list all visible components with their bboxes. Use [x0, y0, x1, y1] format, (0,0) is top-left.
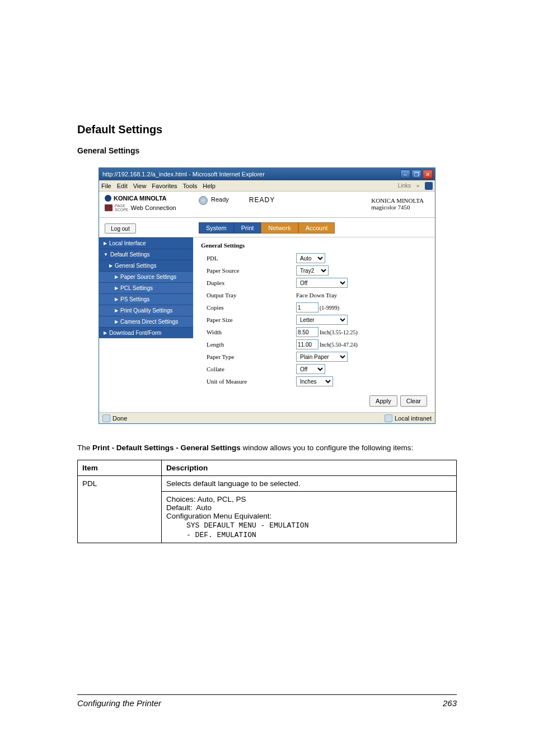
sidebar-item-label: PS Settings: [120, 296, 149, 302]
sidebar-item-print-quality-settings[interactable]: ▶Print Quality Settings: [99, 305, 193, 316]
page-content: KONICA MINOLTA PAGE SCOPE Web Connection…: [99, 192, 435, 412]
maximize-button[interactable]: ❐: [411, 170, 421, 179]
links-chevron-icon[interactable]: »: [416, 183, 419, 189]
chevron-icon: ▶: [115, 286, 118, 291]
intro-paragraph: The Print - Default Settings - General S…: [77, 443, 457, 453]
field-label: Width: [201, 329, 296, 335]
sidebar-item-ps-settings[interactable]: ▶PS Settings: [99, 293, 193, 305]
field-label: Copies: [201, 304, 296, 311]
row-desc-line1: Selects default language to be selected.: [162, 476, 457, 492]
field-label: Duplex: [201, 279, 296, 286]
form-row-duplex: DuplexOff: [201, 277, 427, 289]
apply-button[interactable]: Apply: [369, 395, 397, 407]
sidebar-item-label: Camera Direct Settings: [120, 319, 178, 325]
field-label: Paper Size: [201, 316, 296, 323]
minimize-button[interactable]: –: [400, 170, 410, 179]
form-row-copies: Copies(1-9999): [201, 301, 427, 314]
printer-status-icon: [199, 196, 208, 205]
menu-bar: File Edit View Favorites Tools Help Link…: [99, 180, 435, 192]
subsection-title: General Settings: [77, 146, 457, 155]
menu-view[interactable]: View: [133, 183, 147, 189]
width-input[interactable]: [296, 327, 318, 337]
form-row-pdl: PDLAuto: [201, 252, 427, 264]
brand-logo-icon: [105, 195, 111, 202]
sidebar-item-default-settings[interactable]: ▼Default Settings: [99, 249, 193, 260]
pdl-select[interactable]: Auto: [296, 253, 325, 263]
tab-network[interactable]: Network: [261, 222, 298, 234]
sidebar-item-general-settings[interactable]: ▶General Settings: [99, 260, 193, 271]
sidebar-item-local-interface[interactable]: ▶Local Interface: [99, 237, 193, 249]
form-row-length: LengthInch(5.50-47.24): [201, 338, 427, 351]
field-hint: Inch(5.50-47.24): [320, 342, 358, 348]
tab-bar: System Print Network Account: [199, 222, 335, 234]
menu-favorites[interactable]: Favorites: [152, 183, 177, 189]
copies-input[interactable]: [296, 302, 318, 312]
paper-type-select[interactable]: Plain Paper: [296, 352, 348, 362]
row-item-cell: PDL: [78, 476, 162, 543]
sidebar-item-label: Default Settings: [110, 251, 150, 258]
duplex-select[interactable]: Off: [296, 278, 348, 288]
form-button-row: Apply Clear: [99, 392, 435, 412]
web-connection-label: Web Connection: [131, 204, 176, 211]
description-table: Item Description PDL Selects default lan…: [77, 460, 457, 543]
form-row-unit-of-measure: Unit of MeasureInches: [201, 375, 427, 388]
tab-system[interactable]: System: [199, 222, 234, 234]
col-item-header: Item: [78, 460, 162, 476]
sidebar-item-label: General Settings: [115, 263, 157, 269]
sidebar-item-camera-direct-settings[interactable]: ▶Camera Direct Settings: [99, 316, 193, 327]
menu-file[interactable]: File: [101, 183, 111, 189]
brand-line-1: KONICA MINOLTA: [105, 195, 199, 202]
field-label: Output Tray: [201, 292, 296, 298]
status-done-label: Done: [113, 415, 127, 422]
sidebar-item-download-font-form[interactable]: ▶Download Font/Form: [99, 327, 193, 338]
app-window: http://192.168.1.2/a_index.html - Micros…: [99, 167, 435, 424]
row-desc-block: Choices: Auto, PCL, PS Default: Auto Con…: [162, 492, 457, 543]
settings-form: General Settings PDLAutoPaper SourceTray…: [193, 237, 435, 392]
menu-edit[interactable]: Edit: [117, 183, 128, 189]
status-bar: Done Local intranet: [99, 412, 435, 423]
ready-large-label: READY: [249, 196, 275, 204]
security-zone-icon: [385, 414, 392, 422]
menu-help[interactable]: Help: [203, 183, 216, 189]
pagescope-icon: [105, 204, 113, 211]
menu-tools[interactable]: Tools: [183, 183, 198, 189]
window-controls: – ❐ ✕: [400, 170, 433, 179]
close-button[interactable]: ✕: [423, 170, 433, 179]
header-brand: KONICA MINOLTA: [371, 197, 424, 204]
sidebar-nav: ▶Local Interface▼Default Settings▶Genera…: [99, 237, 193, 392]
sidebar-item-pcl-settings[interactable]: ▶PCL Settings: [99, 282, 193, 293]
clear-button[interactable]: Clear: [400, 395, 427, 407]
col-desc-header: Description: [162, 460, 457, 476]
field-label: Paper Type: [201, 353, 296, 360]
pagescope-label: PAGE SCOPE: [115, 204, 129, 212]
chevron-icon: ▶: [104, 241, 107, 246]
ready-small-label: Ready: [211, 196, 229, 203]
status-page-icon: [102, 414, 110, 422]
unit-of-measure-select[interactable]: Inches: [296, 376, 333, 386]
chevron-icon: ▶: [109, 263, 113, 268]
screenshot-figure: http://192.168.1.2/a_index.html - Micros…: [77, 167, 457, 424]
chevron-icon: ▶: [104, 330, 107, 335]
security-zone-label: Local intranet: [395, 415, 432, 422]
form-row-paper-source: Paper SourceTray2: [201, 264, 427, 277]
field-hint: Inch(3.55-12.25): [320, 329, 358, 335]
chevron-icon: ▶: [115, 274, 118, 279]
sidebar-item-paper-source-settings[interactable]: ▶Paper Source Settings: [99, 271, 193, 282]
paper-size-select[interactable]: Letter: [296, 315, 348, 325]
window-titlebar: http://192.168.1.2/a_index.html - Micros…: [99, 168, 435, 180]
footer-title: Configuring the Printer: [77, 698, 161, 708]
field-label: Collate: [201, 366, 296, 372]
logout-button[interactable]: Log out: [105, 223, 136, 234]
sidebar-item-label: Print Quality Settings: [120, 307, 172, 314]
section-title: Default Settings: [77, 123, 457, 136]
collate-select[interactable]: Off: [296, 364, 325, 374]
sidebar-item-label: Local Interface: [109, 240, 146, 246]
form-row-paper-type: Paper TypePlain Paper: [201, 351, 427, 363]
form-row-width: WidthInch(3.55-12.25): [201, 326, 427, 338]
chevron-icon: ▶: [115, 308, 118, 313]
length-input[interactable]: [296, 339, 318, 349]
tab-print[interactable]: Print: [234, 222, 261, 234]
brand-name: KONICA MINOLTA: [114, 195, 167, 202]
paper-source-select[interactable]: Tray2: [296, 265, 329, 276]
tab-account[interactable]: Account: [298, 222, 335, 234]
